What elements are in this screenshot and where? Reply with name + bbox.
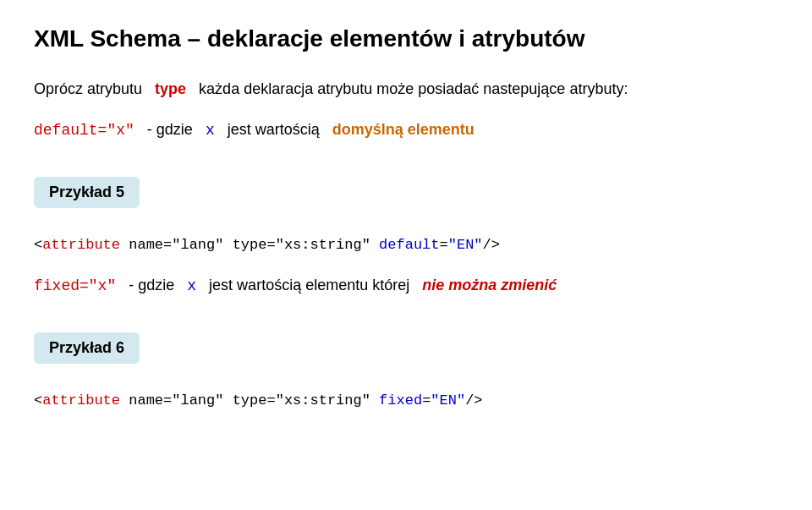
- default-highlight: domyślną elementu: [332, 121, 475, 138]
- default-x-code: x: [206, 122, 215, 139]
- page-title: XML Schema – deklaracje elementów i atry…: [34, 25, 778, 52]
- default-description: default="x" - gdzie x jest wartością dom…: [34, 118, 778, 143]
- section-default: default="x" - gdzie x jest wartością dom…: [34, 118, 778, 143]
- example5-label: Przykład 5: [49, 184, 124, 200]
- intro-part1: Oprócz atrybutu: [34, 80, 142, 97]
- fixed-highlight: nie można zmienić: [422, 277, 557, 293]
- default-text-part2: jest wartością: [228, 121, 320, 138]
- intro-paragraph: Oprócz atrybutu type każda deklaracja at…: [34, 78, 778, 101]
- example6-label: Przykład 6: [49, 339, 124, 356]
- code-block-5: <attribute name="lang" type="xs:string" …: [34, 233, 778, 256]
- default-text-part1: - gdzie: [147, 121, 193, 138]
- fixed-description: fixed="x" - gdzie x jest wartością eleme…: [34, 273, 778, 299]
- default-code: default="x": [34, 122, 134, 139]
- code-block-6: <attribute name="lang" type="xs:string" …: [34, 389, 778, 412]
- section-fixed: fixed="x" - gdzie x jest wartością eleme…: [34, 273, 778, 299]
- fixed-text-part1: - gdzie: [129, 277, 174, 293]
- fixed-text-part2: jest wartością elementu której: [209, 277, 409, 293]
- keyword-type: type: [155, 80, 186, 97]
- example5-box: Przykład 5: [34, 177, 140, 208]
- fixed-x-code: x: [187, 277, 196, 294]
- intro-part2: każda deklaracja atrybutu może posiadać …: [199, 80, 628, 97]
- example6-box: Przykład 6: [34, 332, 140, 364]
- fixed-code: fixed="x": [34, 277, 116, 294]
